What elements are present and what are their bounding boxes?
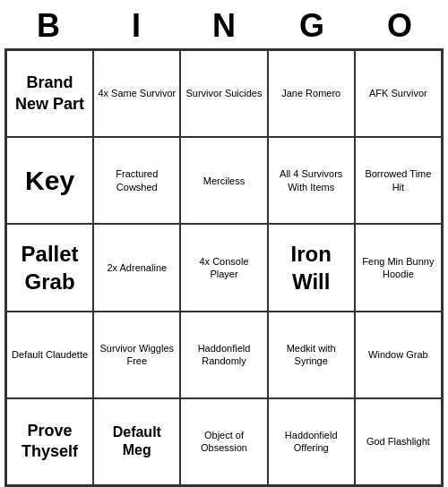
cell-r2-c3[interactable]: Iron Will xyxy=(268,224,355,311)
cell-r2-c2[interactable]: 4x Console Player xyxy=(180,224,267,311)
cell-r4-c4[interactable]: God Flashlight xyxy=(355,398,442,485)
cell-r1-c3[interactable]: All 4 Survivors With Items xyxy=(268,137,355,224)
cell-r3-c4[interactable]: Window Grab xyxy=(355,312,442,398)
cell-r4-c2[interactable]: Object of Obsession xyxy=(180,398,267,485)
cell-r2-c4[interactable]: Feng Min Bunny Hoodie xyxy=(355,224,442,311)
letter-b: B xyxy=(10,7,87,45)
cell-r2-c0[interactable]: Pallet Grab xyxy=(6,224,93,311)
cell-r3-c0[interactable]: Default Claudette xyxy=(6,312,93,398)
bingo-grid: Brand New Part4x Same SurvivorSurvivor S… xyxy=(4,48,444,487)
cell-r1-c4[interactable]: Borrowed Time Hit xyxy=(355,137,442,224)
cell-r1-c1[interactable]: Fractured Cowshed xyxy=(93,137,180,224)
cell-r0-c4[interactable]: AFK Survivor xyxy=(355,50,442,137)
letter-n: N xyxy=(185,7,263,45)
cell-r4-c0[interactable]: Prove Thyself xyxy=(6,398,93,485)
cell-r0-c2[interactable]: Survivor Suicides xyxy=(180,50,267,137)
cell-r2-c1[interactable]: 2x Adrenaline xyxy=(93,224,180,311)
cell-r3-c3[interactable]: Medkit with Syringe xyxy=(268,312,355,398)
letter-i: I xyxy=(98,7,175,45)
letter-g: G xyxy=(273,7,350,45)
cell-r0-c3[interactable]: Jane Romero xyxy=(268,50,355,137)
bingo-header: B I N G O xyxy=(4,0,444,48)
cell-r4-c3[interactable]: Haddonfield Offering xyxy=(268,398,355,485)
cell-r1-c0[interactable]: Key xyxy=(6,137,93,224)
letter-o: O xyxy=(361,7,438,45)
cell-r3-c2[interactable]: Haddonfield Randomly xyxy=(180,312,267,398)
cell-r4-c1[interactable]: Default Meg xyxy=(93,398,180,485)
cell-r0-c0[interactable]: Brand New Part xyxy=(6,50,93,137)
cell-r3-c1[interactable]: Survivor Wiggles Free xyxy=(93,312,180,398)
cell-r1-c2[interactable]: Merciless xyxy=(180,137,267,224)
cell-r0-c1[interactable]: 4x Same Survivor xyxy=(93,50,180,137)
